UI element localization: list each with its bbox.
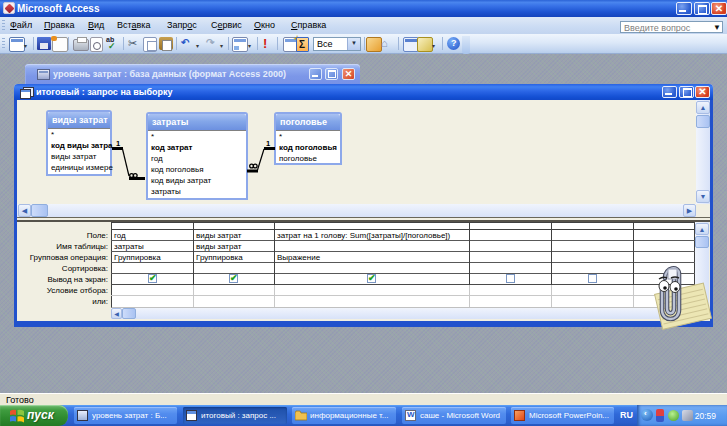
svg-text:1: 1 — [266, 139, 270, 148]
svg-text:1: 1 — [116, 139, 120, 148]
